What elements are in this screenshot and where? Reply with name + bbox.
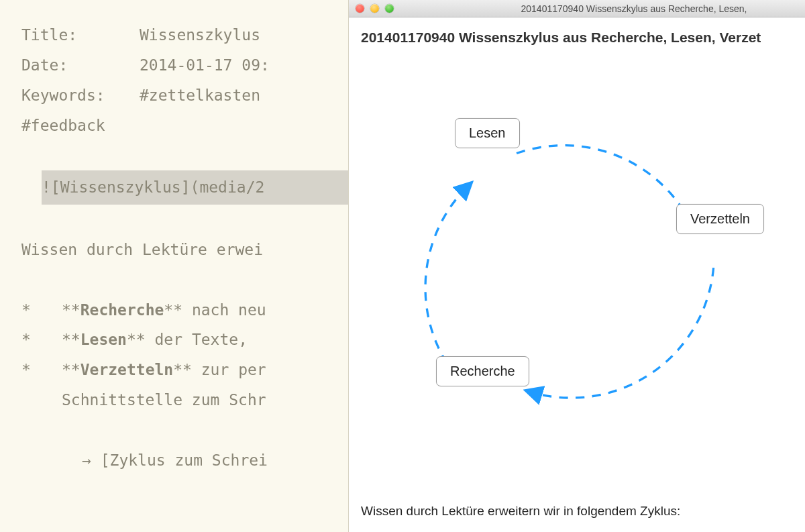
arrow-verzetteln-to-recherche — [529, 268, 714, 398]
node-recherche: Recherche — [436, 356, 529, 386]
meta-keywords-line2: #feedback — [21, 111, 348, 141]
bullet-text: **Lesen** der Texte, — [62, 331, 248, 348]
preview-heading: 201401170940 Wissenszkylus aus Recherche… — [361, 30, 793, 46]
meta-row-title: Title: Wissenszkylus — [21, 20, 348, 50]
bullet-item-3: ***Verzetteln** zur per — [21, 355, 348, 385]
arrow-lesen-to-verzetteln — [517, 146, 692, 227]
bullet-text: **Recherche** nach neu — [62, 301, 266, 319]
bullet-text: **Verzetteln** zur per — [62, 361, 266, 378]
preview-window: 201401170940 Wissenszkylus aus Recherche… — [349, 0, 805, 532]
window-title-text: 201401170940 Wissenszkylus aus Recherche… — [349, 3, 805, 14]
cycle-arrows-svg — [361, 51, 793, 497]
preview-body: 201401170940 Wissenszkylus aus Recherche… — [349, 17, 805, 532]
preview-paragraph: Wissen durch Lektüre erweitern wir in fo… — [361, 497, 793, 532]
bullet-continuation: Schnittstelle zum Schr — [21, 385, 348, 415]
body-paragraph-line: Wissen durch Lektüre erwei — [21, 235, 348, 265]
meta-value-keywords: #zettelkasten — [140, 81, 260, 111]
image-markdown-highlight: ![Wissenszyklus](media/2 — [42, 170, 348, 205]
node-lesen: Lesen — [455, 118, 520, 148]
arrow-recherche-to-lesen — [425, 185, 469, 363]
blank-line — [21, 415, 348, 445]
blank-line — [21, 265, 348, 295]
window-titlebar[interactable]: 201401170940 Wissenszkylus aus Recherche… — [349, 0, 805, 17]
node-verzetteln: Verzetteln — [676, 204, 764, 234]
blank-line — [21, 205, 348, 235]
markdown-editor-pane[interactable]: Title: Wissenszkylus Date: 2014-01-17 09… — [0, 0, 349, 532]
bullet-marker: * — [21, 355, 62, 385]
meta-label-title: Title: — [21, 20, 140, 50]
meta-value-date: 2014-01-17 09: — [140, 50, 270, 81]
meta-label-keywords: Keywords: — [21, 81, 140, 111]
bullet-item-1: ***Recherche** nach neu — [21, 295, 348, 325]
cycle-diagram: Lesen Verzetteln Recherche — [361, 51, 793, 497]
meta-row-date: Date: 2014-01-17 09: — [21, 50, 348, 81]
bullet-marker: * — [21, 295, 62, 325]
meta-value-title: Wissenszkylus — [140, 20, 260, 50]
blank-line — [21, 140, 348, 170]
bullet-item-2: ***Lesen** der Texte, — [21, 325, 348, 355]
image-markdown-line[interactable]: ![Wissenszyklus](media/2 — [21, 170, 348, 205]
bullet-marker: * — [21, 325, 62, 355]
link-arrow-line: → [Zyklus zum Schrei — [21, 445, 348, 476]
meta-row-keywords: Keywords: #zettelkasten — [21, 81, 348, 111]
app-root: Title: Wissenszkylus Date: 2014-01-17 09… — [0, 0, 805, 532]
meta-label-date: Date: — [21, 50, 140, 81]
